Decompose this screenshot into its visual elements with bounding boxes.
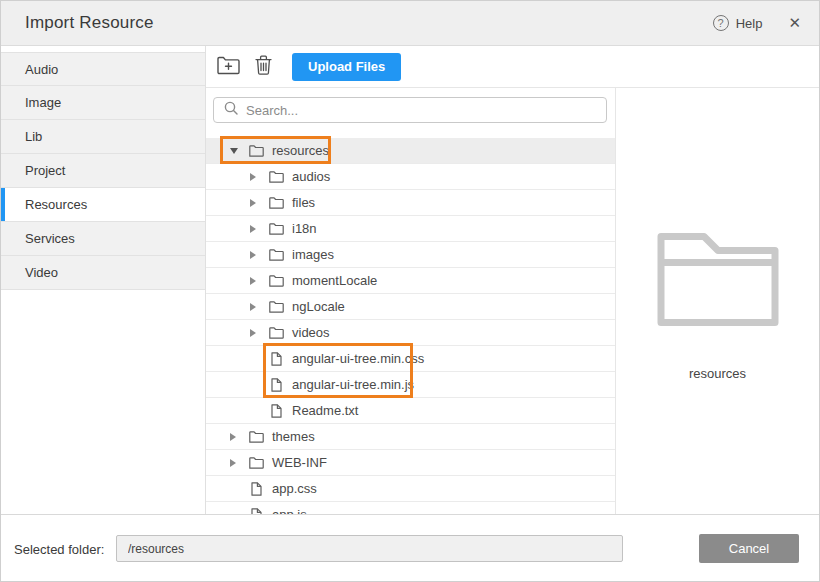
sidebar-item-label: Lib <box>25 129 42 144</box>
tree-row-file[interactable]: angular-ui-tree.min.css <box>206 346 615 372</box>
file-icon <box>269 378 284 392</box>
file-icon <box>249 482 264 496</box>
sidebar-item-label: Video <box>25 265 58 280</box>
dialog-footer: Selected folder: Cancel <box>1 514 819 581</box>
tree-row-folder[interactable]: i18n <box>206 216 615 242</box>
trash-icon <box>255 55 272 79</box>
selected-folder-input[interactable] <box>116 535 623 562</box>
tree-row-label: momentLocale <box>292 273 377 288</box>
tree-row-folder[interactable]: files <box>206 190 615 216</box>
tree-row-folder[interactable]: videos <box>206 320 615 346</box>
caret-right-icon[interactable] <box>250 199 260 207</box>
preview-panel: resources <box>616 88 819 514</box>
tree-row-file[interactable]: Readme.txt <box>206 398 615 424</box>
tree-row-folder[interactable]: resources <box>206 138 615 164</box>
sidebar-item-label: Services <box>25 231 75 246</box>
toolbar: Upload Files <box>206 46 819 88</box>
search-input[interactable] <box>246 103 596 118</box>
folder-icon <box>269 301 284 313</box>
dialog-title: Import Resource <box>25 13 154 33</box>
sidebar-item-label: Audio <box>25 62 58 77</box>
sidebar-item-services[interactable]: Services <box>1 222 205 256</box>
tree-row-label: angular-ui-tree.min.js <box>292 377 414 392</box>
caret-right-icon[interactable] <box>250 277 260 285</box>
tree-row-folder[interactable]: WEB-INF <box>206 450 615 476</box>
folder-preview-icon <box>657 233 779 330</box>
dialog-header: Import Resource ? Help ✕ <box>1 1 819 46</box>
search-wrap <box>206 88 615 138</box>
tree-row-label: angular-ui-tree.min.css <box>292 351 424 366</box>
cancel-button[interactable]: Cancel <box>699 534 799 563</box>
tree-row-label: i18n <box>292 221 317 236</box>
caret-right-icon[interactable] <box>250 303 260 311</box>
tree-row-folder[interactable]: images <box>206 242 615 268</box>
header-actions: ? Help ✕ <box>713 14 801 32</box>
tree-row-folder[interactable]: ngLocale <box>206 294 615 320</box>
tree-row-label: themes <box>272 429 315 444</box>
delete-button[interactable] <box>255 55 272 79</box>
sidebar-item-image[interactable]: Image <box>1 86 205 120</box>
tree-row-folder[interactable]: themes <box>206 424 615 450</box>
file-tree-panel: resources audios files <box>206 88 616 514</box>
sidebar-item-label: Image <box>25 95 61 110</box>
main-area: Upload Files <box>206 46 819 514</box>
folder-icon <box>249 145 264 157</box>
tree-row-label: ngLocale <box>292 299 345 314</box>
caret-right-icon[interactable] <box>250 329 260 337</box>
tree-row-label: app.js <box>272 507 307 514</box>
caret-right-icon[interactable] <box>250 225 260 233</box>
caret-right-icon[interactable] <box>250 251 260 259</box>
sidebar-item-project[interactable]: Project <box>1 154 205 188</box>
search-box[interactable] <box>213 97 607 123</box>
caret-down-icon[interactable] <box>230 148 240 154</box>
tree-row-folder[interactable]: momentLocale <box>206 268 615 294</box>
sidebar-item-label: Project <box>25 163 65 178</box>
tree-row-label: videos <box>292 325 330 340</box>
folder-icon <box>269 327 284 339</box>
folder-icon <box>249 457 264 469</box>
upload-files-button[interactable]: Upload Files <box>292 53 401 81</box>
tree-row-file[interactable]: app.js <box>206 502 615 514</box>
help-icon[interactable]: ? <box>713 15 729 31</box>
folder-icon <box>269 223 284 235</box>
sidebar-item-resources[interactable]: Resources <box>1 188 205 222</box>
sidebar-item-lib[interactable]: Lib <box>1 120 205 154</box>
close-icon[interactable]: ✕ <box>788 14 801 32</box>
tree-row-file[interactable]: app.css <box>206 476 615 502</box>
folder-icon <box>269 197 284 209</box>
category-sidebar: Audio Image Lib Project Resources Servic… <box>1 46 206 514</box>
caret-right-icon[interactable] <box>250 173 260 181</box>
sidebar-item-audio[interactable]: Audio <box>1 52 205 86</box>
tree-row-label: Readme.txt <box>292 403 358 418</box>
sidebar-item-video[interactable]: Video <box>1 256 205 290</box>
file-tree: resources audios files <box>206 138 615 514</box>
file-icon <box>269 404 284 418</box>
search-icon <box>224 101 246 119</box>
tree-row-label: images <box>292 247 334 262</box>
selected-folder-label: Selected folder: <box>14 542 104 557</box>
tree-row-file[interactable]: angular-ui-tree.min.js <box>206 372 615 398</box>
help-link[interactable]: Help <box>736 16 763 31</box>
new-folder-icon <box>217 56 240 78</box>
content-area: resources audios files <box>206 88 819 514</box>
folder-icon <box>249 431 264 443</box>
tree-row-folder[interactable]: audios <box>206 164 615 190</box>
preview-folder-name: resources <box>689 366 746 381</box>
tree-row-label: WEB-INF <box>272 455 327 470</box>
file-icon <box>269 352 284 366</box>
caret-right-icon[interactable] <box>230 433 240 441</box>
folder-icon <box>269 249 284 261</box>
caret-right-icon[interactable] <box>230 459 240 467</box>
folder-icon <box>269 171 284 183</box>
new-folder-button[interactable] <box>217 56 240 78</box>
tree-row-label: files <box>292 195 315 210</box>
tree-row-label: app.css <box>272 481 317 496</box>
import-resource-dialog: Import Resource ? Help ✕ Audio Image Lib… <box>0 0 820 582</box>
tree-row-label: audios <box>292 169 330 184</box>
folder-icon <box>269 275 284 287</box>
sidebar-item-label: Resources <box>25 197 87 212</box>
tree-row-label: resources <box>272 143 329 158</box>
